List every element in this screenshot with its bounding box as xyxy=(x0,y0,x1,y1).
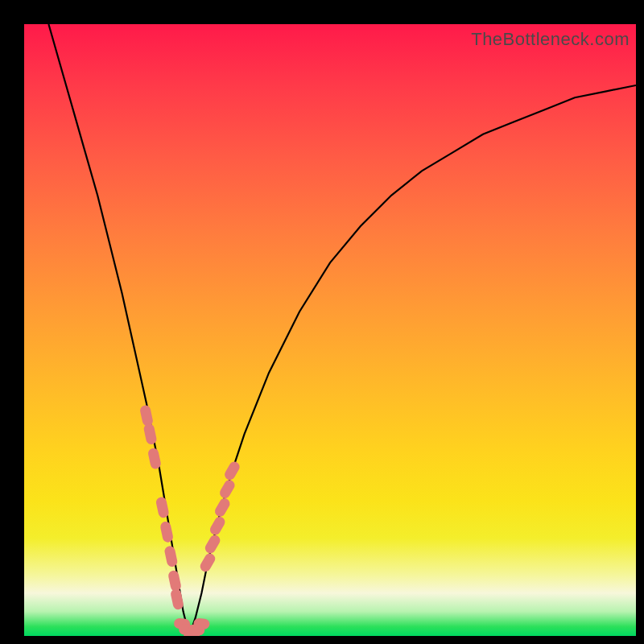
data-marker xyxy=(218,478,237,500)
data-marker xyxy=(159,521,174,543)
data-marker xyxy=(143,423,158,445)
data-marker xyxy=(147,448,162,470)
data-marker xyxy=(198,551,217,573)
data-marker xyxy=(208,515,227,537)
plot-area: TheBottleneck.com xyxy=(24,24,636,636)
data-marker xyxy=(139,404,154,427)
data-marker xyxy=(167,570,182,592)
curve-layer xyxy=(24,24,636,636)
chart-frame: TheBottleneck.com xyxy=(0,0,644,644)
marker-layer xyxy=(139,404,242,636)
bottleneck-curve xyxy=(48,24,636,636)
data-marker xyxy=(223,460,242,481)
data-marker xyxy=(170,588,184,610)
data-marker xyxy=(155,496,170,518)
data-marker xyxy=(163,545,178,568)
data-marker xyxy=(203,533,221,555)
data-marker xyxy=(213,497,232,518)
